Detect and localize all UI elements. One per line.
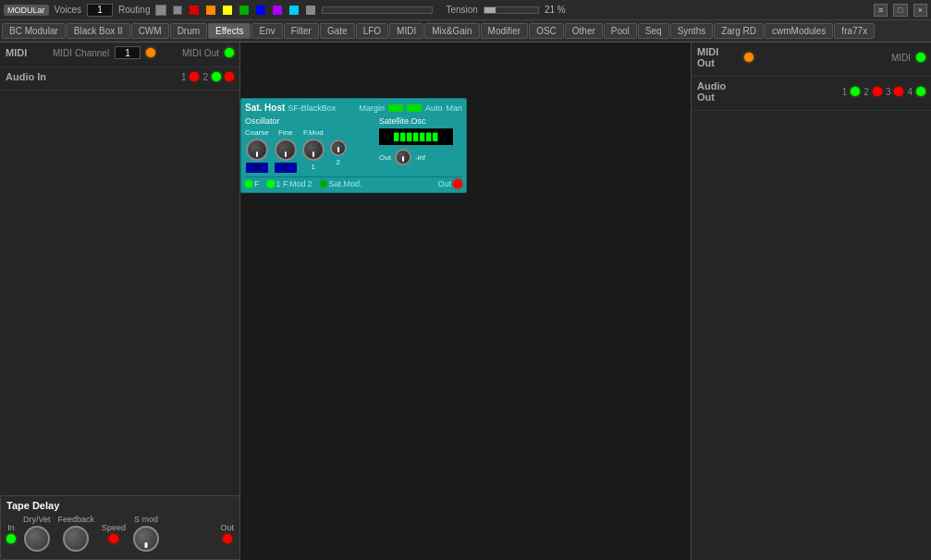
out-led [223,534,232,543]
margin-bar-green2 [407,104,422,112]
color-m [306,6,315,15]
coarse-val: -17 [246,163,268,173]
out-group: Out [220,523,234,543]
tab-drum[interactable]: Drum [170,23,207,39]
footer-out-led [453,179,462,189]
midi-out-right-label: MIDI Out [697,46,739,68]
fmod-knob-label: 1 [312,163,315,171]
sat-host-footer: F 1 F.Mod 2 Sat.Mod. Out [245,177,462,189]
fine-label: Fine [278,128,293,137]
top-btn-1[interactable]: ≡ [874,4,888,17]
tension-percent: 21 % [545,5,566,15]
in-label: In [7,523,15,532]
midi-out-section: MIDI Out MIDI [692,43,931,77]
fmod-label: F.Mod [303,128,324,137]
fmod2-knob[interactable] [330,140,347,156]
tab-filter[interactable]: Filter [284,23,319,39]
tab-cwm[interactable]: CWM [131,23,169,39]
tab-seq[interactable]: Seq [638,23,669,39]
fine-knob[interactable] [275,139,297,161]
color-yellow [223,6,232,15]
app-logo: MODULar [4,5,49,16]
right-panel: MIDI Out MIDI Audio Out 1 2 3 4 [691,43,931,560]
tab-bc-modular[interactable]: BC Modular [2,23,66,39]
tab-effects[interactable]: Effects [208,23,251,39]
audio-out-label: Audio Out [697,80,739,103]
fine-group: Fine 0 [275,128,297,173]
margin-section: Margin Auto Man [359,103,462,113]
color-purple [273,6,282,15]
audio-out-led-3 [894,87,903,96]
out-val: -inf [415,153,425,162]
coarse-knob[interactable] [246,139,268,161]
top-btn-2[interactable]: □ [893,4,907,17]
tab-modifier[interactable]: Modifier [481,23,529,39]
sat-host-body: Oscillator Coarse -17 Fine 0 [245,116,462,173]
satellite-osc-title: Satellite.Osc [379,116,462,126]
tab-midi[interactable]: MIDI [389,23,423,39]
footer-fmod2-label: 2 [308,179,312,189]
audio-out-led-4 [916,87,925,96]
out-knob-row: Out -inf [379,149,462,165]
midi-section: MIDI MIDI Channel MIDI Out [0,43,239,67]
footer-satmod: Sat.Mod. [320,179,362,189]
center-area: Sat. Host SF-BlackBox Margin Auto Man Os… [240,43,691,560]
top-btn-3[interactable]: × [913,4,927,17]
tape-delay-controls: In Dry/Vet Feedback Speed S mod [6,515,234,552]
tape-delay-title: Tape Delay [6,500,234,511]
footer-satmod-led [320,180,327,188]
tab-synths[interactable]: Synths [670,23,714,39]
tab-lfo[interactable]: LFO [356,23,388,39]
tab-cwmmodules[interactable]: cwmModules [765,23,833,39]
midi-channel-input[interactable] [115,46,141,59]
audio-in-port-2: 2 [202,72,208,82]
out-label: Out [379,153,391,162]
speed-group: Speed [102,523,126,543]
footer-fmod-label: 1 F.Mod [276,179,306,189]
audio-in-section: Audio In 1 2 [0,67,239,91]
audio-in-led-1 [190,72,199,81]
color-cyan [289,6,299,15]
fmod-knob[interactable] [302,139,325,161]
midi-out-led [225,48,234,57]
tension-fill [484,7,496,13]
tension-bar [484,6,539,14]
in-group: In [6,523,16,543]
tab-pool[interactable]: Pool [604,23,637,39]
voices-input[interactable] [87,4,113,17]
color-orange [206,6,215,15]
tab-fra77x[interactable]: fra77x [834,23,875,39]
margin-bar-green [388,104,403,112]
midi-channel-label: MIDI Channel [53,48,109,58]
fine-val: 0 [275,163,297,173]
sat-display: ▉▉▉▉▉▉▉ [379,128,453,145]
midi-out-label: MIDI Out [182,48,219,58]
sat-host-header: Sat. Host SF-BlackBox Margin Auto Man [245,103,462,113]
audio-out-port-2: 2 [864,87,869,97]
left-panel: MIDI MIDI Channel MIDI Out Audio In 1 2 [0,43,240,560]
dry-wet-group: Dry/Vet [23,515,51,552]
speed-led [109,534,118,543]
feedback-knob[interactable] [63,526,89,552]
out-knob[interactable] [395,149,411,165]
dry-wet-knob[interactable] [24,526,50,552]
tab-osc[interactable]: OSC [529,23,564,39]
main-area: MIDI MIDI Channel MIDI Out Audio In 1 2 [0,43,931,560]
tab-zarg-rd[interactable]: Zarg RD [714,23,764,39]
s-mod-knob[interactable] [133,526,159,552]
tab-other[interactable]: Other [565,23,603,39]
midi-channel-led [146,48,155,57]
footer-f: F [245,179,260,189]
s-mod-indicator [145,542,148,548]
in-led [6,534,16,543]
tab-env[interactable]: Env [251,23,282,39]
tab-mixgain[interactable]: Mix&Gain [424,23,479,39]
tab-gate[interactable]: Gate [320,23,355,39]
tape-delay-panel: Tape Delay In Dry/Vet Feedback Speed [0,495,240,560]
fmod-group: F.Mod 1 [302,128,325,171]
knob-row: Coarse -17 Fine 0 F.Mod 1 [245,128,374,173]
footer-fmod: 1 F.Mod 2 [267,179,312,189]
tab-black-box-ii[interactable]: Black Box II [67,23,130,39]
tension-label: Tension [446,5,477,15]
color-blue [256,6,265,15]
